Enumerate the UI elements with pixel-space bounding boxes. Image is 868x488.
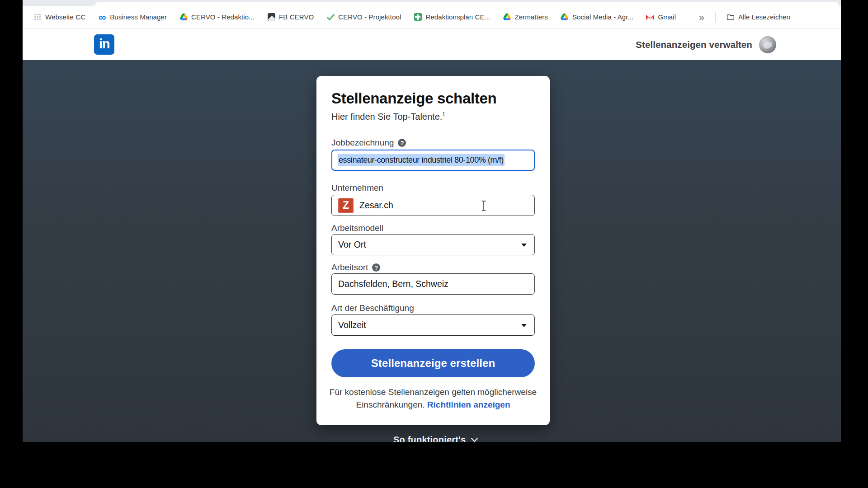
letterbox-bottom [0, 442, 868, 488]
bookmark-label: Business Manager [110, 13, 167, 21]
location-label: Arbeitsort ? [331, 263, 380, 272]
company-label: Unternehmen [331, 183, 383, 193]
footer-text-line2: Einschränkungen. [356, 400, 425, 409]
bookmark-label: FB CERVO [279, 13, 314, 21]
active-tab-top [95, 2, 839, 6]
company-logo: Z [338, 198, 354, 213]
job-title-label: Jobbezeichnung ? [331, 138, 406, 148]
avatar[interactable] [759, 36, 776, 53]
bookmark-business-manager[interactable]: ∞ Business Manager [98, 13, 167, 21]
apps-grid-icon [33, 13, 42, 21]
letterbox-right [841, 0, 868, 488]
card-subtitle-text: Hier finden Sie Top-Talente. [331, 112, 442, 122]
screenshot-stage: Webseite CC ∞ Business Manager [0, 0, 868, 488]
guidelines-link[interactable]: Richtlinien anzeigen [427, 400, 510, 409]
bookmark-label: Zermatters [514, 13, 548, 21]
drive-icon [503, 13, 511, 21]
how-it-works-link[interactable]: So funktioniert's [393, 435, 478, 442]
text-cursor [481, 200, 486, 214]
bookmark-zermatters[interactable]: Zermatters [503, 13, 548, 21]
employment-type-select[interactable]: Vollzeit [331, 314, 535, 336]
manage-job-posts-link[interactable]: Stellenanzeigen verwalten [636, 39, 752, 50]
bookmark-social-media[interactable]: Social Media - Agr... [561, 13, 634, 21]
bookmark-cervo-projekttool[interactable]: CERVO - Projekttool [326, 13, 401, 21]
drive-icon [179, 13, 188, 21]
bookmark-redaktionsplan[interactable]: Redaktionsplan CE... [414, 13, 490, 21]
bookmark-label: Redaktionsplan CE... [425, 13, 490, 21]
linkedin-logo[interactable]: in [94, 34, 114, 55]
letterbox-left [0, 0, 23, 488]
help-icon[interactable]: ? [372, 263, 380, 272]
chevron-down-icon [521, 324, 527, 327]
bookmark-fb-cervo[interactable]: FB CERVO [267, 13, 314, 21]
sheets-icon [414, 13, 422, 21]
location-input[interactable]: Dachsfelden, Bern, Schweiz [331, 273, 535, 295]
employment-type-label: Art der Beschäftigung [331, 303, 414, 313]
linkedin-header: in Stellenanzeigen verwalten [23, 29, 841, 60]
bookmark-gmail[interactable]: Gmail [646, 13, 676, 21]
chevron-down-icon [471, 438, 478, 442]
job-title-label-text: Jobbezeichnung [331, 138, 394, 148]
all-bookmarks-button[interactable]: Alle Lesezeichen [726, 13, 790, 21]
bookmarks-right-group: » Alle Lesezeichen [699, 12, 841, 23]
bookmark-label: Social Media - Agr... [572, 13, 634, 21]
bookmark-label: Gmail [658, 13, 676, 21]
employment-type-value: Vollzeit [338, 320, 366, 330]
subtitle-footnote: 1 [442, 111, 445, 117]
screenshot-icon [267, 13, 275, 21]
location-value: Dachsfelden, Bern, Schweiz [338, 279, 448, 289]
work-model-value: Vor Ort [338, 239, 366, 250]
bookmarks-bar: Webseite CC ∞ Business Manager [23, 6, 841, 28]
bookmark-label: CERVO - Redaktio... [191, 13, 255, 21]
work-model-select[interactable]: Vor Ort [331, 234, 535, 255]
card-footer: Für kostenlose Stellenanzeigen gelten mö… [327, 386, 539, 411]
bookmarks-divider [715, 12, 716, 23]
post-job-card: Stellenanzeige schalten Hier finden Sie … [316, 76, 550, 425]
job-title-input[interactable]: essinateur-constructeur industriel 80-10… [331, 150, 535, 171]
footer-text-line1: Für kostenlose Stellenanzeigen gelten mö… [330, 387, 537, 397]
gmail-icon [646, 13, 654, 21]
create-job-post-button[interactable]: Stellenanzeige erstellen [331, 349, 535, 377]
folder-icon [726, 13, 735, 21]
company-input[interactable]: Z Zesar.ch [331, 195, 535, 216]
card-title: Stellenanzeige schalten [331, 89, 496, 108]
card-subtitle: Hier finden Sie Top-Talente.1 [331, 111, 445, 122]
browser-tab-strip [23, 0, 841, 6]
how-it-works-text: So funktioniert's [393, 435, 466, 442]
drive-icon [561, 13, 569, 21]
check-icon [326, 13, 335, 21]
bookmark-webseite-cc[interactable]: Webseite CC [33, 13, 85, 21]
location-label-text: Arbeitsort [331, 263, 368, 272]
help-icon[interactable]: ? [398, 139, 406, 147]
company-value: Zesar.ch [359, 200, 393, 211]
company-label-text: Unternehmen [331, 183, 383, 193]
meta-icon: ∞ [98, 13, 106, 21]
bookmark-label: Webseite CC [45, 13, 85, 21]
bookmarks-overflow-chevron-icon[interactable]: » [699, 12, 704, 22]
browser-viewport: Webseite CC ∞ Business Manager [23, 0, 841, 442]
selected-text: essinateur-constructeur industriel 80-10… [338, 154, 505, 166]
page-background: Stellenanzeige schalten Hier finden Sie … [23, 60, 841, 442]
all-bookmarks-label: Alle Lesezeichen [738, 13, 790, 21]
work-model-label-text: Arbeitsmodell [331, 223, 383, 233]
chevron-down-icon [521, 244, 527, 247]
bookmark-cervo-redaktion[interactable]: CERVO - Redaktio... [179, 13, 255, 21]
bookmark-label: CERVO - Projekttool [338, 13, 401, 21]
work-model-label: Arbeitsmodell [331, 223, 383, 233]
employment-type-label-text: Art der Beschäftigung [331, 303, 414, 313]
